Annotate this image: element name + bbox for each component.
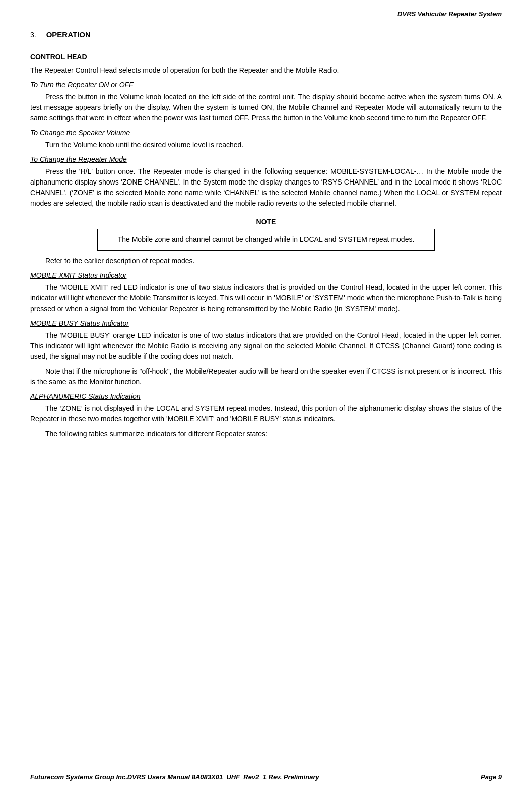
page-header: DVRS Vehicular Repeater System	[30, 10, 502, 20]
mobile-busy-link: MOBILE BUSY Status Indicator	[30, 319, 502, 327]
mobile-busy-body1: The 'MOBILE BUSY' orange LED indicator i…	[30, 330, 502, 362]
turn-on-off-link: To Turn the Repeater ON or OFF	[30, 81, 502, 89]
change-volume-body: Turn the Volume knob until the desired v…	[30, 140, 502, 150]
footer-left: Futurecom Systems Group Inc.DVRS Users M…	[30, 773, 319, 781]
alphanumeric-body2: The following tables summarize indicator…	[30, 429, 502, 439]
mobile-busy-body2: Note that if the microphone is "off-hook…	[30, 366, 502, 387]
mobile-xmit-body: The 'MOBILE XMIT' red LED indicator is o…	[30, 282, 502, 314]
control-head-heading: CONTROL HEAD	[30, 53, 502, 61]
note-text: The Mobile zone and channel cannot be ch…	[118, 235, 415, 244]
control-head-section: CONTROL HEAD The Repeater Control Head s…	[30, 53, 502, 439]
turn-on-off-body: Press the button in the Volume knob loca…	[30, 92, 502, 124]
footer-right: Page 9	[481, 773, 502, 781]
alphanumeric-body1: The ‘ZONE’ is not displayed in the LOCAL…	[30, 403, 502, 424]
control-head-intro: The Repeater Control Head selects mode o…	[30, 65, 502, 76]
mobile-xmit-link: MOBILE XMIT Status Indicator	[30, 271, 502, 279]
note-box: The Mobile zone and channel cannot be ch…	[97, 229, 435, 251]
change-repeater-body: Press the 'H/L' button once. The Repeate…	[30, 166, 502, 209]
change-volume-link: To Change the Speaker Volume	[30, 129, 502, 137]
page-footer: Futurecom Systems Group Inc.DVRS Users M…	[0, 771, 532, 781]
refer-text: Refer to the earlier description of repe…	[30, 256, 502, 266]
header-title: DVRS Vehicular Repeater System	[397, 10, 502, 18]
note-label: NOTE	[30, 218, 502, 226]
section-heading-row: 3. OPERATION	[30, 30, 502, 46]
alphanumeric-link: ALPHANUMERIC Status Indication	[30, 392, 502, 400]
section-number: 3.	[30, 31, 36, 39]
section-title: OPERATION	[46, 30, 91, 39]
change-repeater-link: To Change the Repeater Mode	[30, 155, 502, 163]
note-section: NOTE The Mobile zone and channel cannot …	[30, 218, 502, 251]
